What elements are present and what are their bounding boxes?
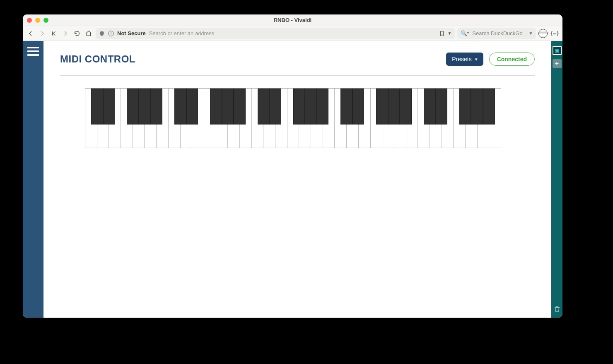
app-body: MIDI CONTROL Presets ▾ Connected ▣ + — [23, 41, 562, 318]
profile-avatar[interactable] — [538, 29, 548, 38]
black-key[interactable] — [388, 89, 400, 125]
address-bar[interactable]: i Not Secure Search or enter an address … — [96, 28, 455, 39]
rewind-button[interactable] — [49, 29, 58, 38]
add-panel-button[interactable]: + — [553, 59, 562, 68]
black-key[interactable] — [376, 89, 388, 125]
black-key[interactable] — [139, 89, 151, 125]
black-key[interactable] — [91, 89, 103, 125]
browser-window: RNBO - Vivaldi i Not Secure Search or en… — [23, 14, 562, 318]
left-sidebar — [23, 41, 43, 318]
black-key[interactable] — [471, 89, 483, 125]
menu-button[interactable] — [27, 47, 39, 56]
home-button[interactable] — [84, 29, 93, 38]
black-key[interactable] — [459, 89, 471, 125]
search-placeholder: Search DuckDuckGo — [472, 30, 522, 36]
info-icon[interactable]: i — [108, 31, 114, 36]
black-key[interactable] — [293, 89, 305, 125]
black-key[interactable] — [435, 89, 447, 125]
black-key[interactable] — [127, 89, 139, 125]
connection-status-badge: Connected — [489, 53, 535, 66]
browser-toolbar: i Not Secure Search or enter an address … — [23, 26, 562, 41]
panel-tab-active[interactable]: ▣ — [553, 46, 562, 55]
search-engine-box[interactable]: 🔍▾ Search DuckDuckGo ▼ — [457, 28, 536, 39]
black-key[interactable] — [317, 89, 329, 125]
black-key[interactable] — [352, 89, 364, 125]
main-content: MIDI CONTROL Presets ▾ Connected — [43, 41, 551, 318]
reload-button[interactable] — [72, 29, 82, 38]
titlebar: RNBO - Vivaldi — [23, 14, 562, 26]
black-key[interactable] — [269, 89, 281, 125]
keyboard-container — [60, 88, 535, 148]
black-key[interactable] — [234, 89, 246, 125]
content-header: MIDI CONTROL Presets ▾ Connected — [60, 53, 535, 66]
search-engine-dropdown-icon[interactable]: ▼ — [529, 31, 533, 36]
black-key[interactable] — [258, 89, 270, 125]
security-status-label: Not Secure — [117, 30, 146, 36]
address-placeholder: Search or enter an address — [149, 30, 436, 36]
presets-label: Presets — [452, 56, 471, 62]
extensions-icon[interactable]: {=} — [550, 31, 559, 36]
black-key[interactable] — [174, 89, 186, 125]
back-button[interactable] — [26, 29, 35, 38]
window-title: RNBO - Vivaldi — [23, 17, 562, 23]
right-panel-rail: ▣ + — [551, 41, 562, 318]
fast-forward-button[interactable] — [61, 29, 70, 38]
black-key[interactable] — [400, 89, 412, 125]
black-key[interactable] — [340, 89, 352, 125]
shield-icon — [99, 31, 105, 36]
black-key[interactable] — [151, 89, 163, 125]
bookmark-icon[interactable] — [439, 31, 445, 36]
header-divider — [60, 75, 535, 76]
forward-button[interactable] — [38, 29, 47, 38]
page-title: MIDI CONTROL — [60, 53, 135, 65]
close-window-button[interactable] — [27, 18, 32, 23]
trash-icon[interactable] — [553, 305, 561, 313]
minimize-window-button[interactable] — [35, 18, 40, 23]
black-key[interactable] — [210, 89, 222, 125]
presets-dropdown-button[interactable]: Presets ▾ — [446, 53, 483, 66]
midi-keyboard[interactable] — [85, 88, 501, 148]
black-key[interactable] — [186, 89, 198, 125]
zoom-window-button[interactable] — [43, 18, 48, 23]
black-key[interactable] — [483, 89, 495, 125]
black-key[interactable] — [424, 89, 436, 125]
chevron-down-icon: ▾ — [475, 57, 478, 62]
window-controls — [27, 18, 48, 23]
black-key[interactable] — [222, 89, 234, 125]
black-key[interactable] — [305, 89, 317, 125]
bookmark-menu-icon[interactable]: ▼ — [447, 31, 451, 36]
black-key[interactable] — [103, 89, 115, 125]
search-icon: 🔍▾ — [461, 30, 469, 36]
